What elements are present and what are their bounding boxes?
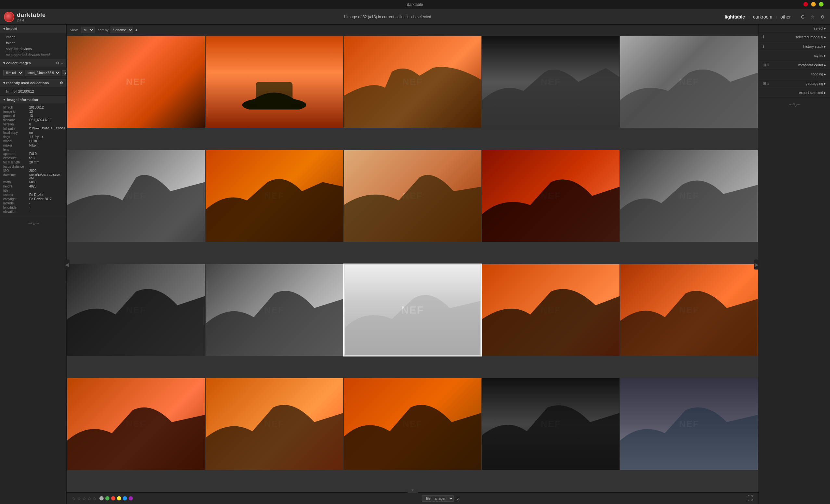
photo-silhouette [67,397,205,470]
collect-images-content: film roll icron_24mmX35.9mm\20180812 ▲ [0,67,66,78]
photo-silhouette [482,397,620,470]
history-stack-section: ℹ history stack ▸ [759,42,830,51]
sort-asc-btn[interactable]: ▲ [134,28,138,32]
collections-config-icon[interactable]: ⚙ [60,81,63,85]
photo-cell[interactable]: NEF [620,36,758,128]
photo-cell[interactable]: NEF [482,150,620,242]
status-text: 1 image of 32 (#13) in current collectio… [343,14,432,19]
sort-toolbar: sort by filename ▲ [98,27,138,33]
photo-cell[interactable]: NEF [205,378,343,470]
star-5[interactable]: ☆ [93,496,97,501]
maximize-window-btn[interactable] [819,2,824,6]
color-dot-red[interactable] [111,496,115,500]
geotagging-icons: ⊞ ℹ [763,81,769,86]
nav-darkroom[interactable]: darkroom [751,14,775,20]
import-folder-item[interactable]: folder [0,40,66,46]
photo-silhouette [344,64,481,128]
image-information-header[interactable]: ▾ image information [0,96,66,103]
tagging-row[interactable]: tagging ▸ [759,70,830,78]
gear-icon-btn[interactable]: ⚙ [819,14,826,20]
film-roll-value-select[interactable]: icron_24mmX35.9mm\20180812 [25,70,60,76]
import-label: ▾ import [3,27,17,31]
photo-cell[interactable]: NEF [67,264,205,356]
select-row[interactable]: select ▸ [759,25,830,32]
photo-watermark: NEF [67,36,205,128]
minimize-window-btn[interactable] [811,2,816,6]
geotagging-row[interactable]: ⊞ ℹ geotagging ▸ [759,79,830,88]
left-panel-collapse-btn[interactable]: ◀ [64,259,69,270]
photo-cell[interactable]: NEF [205,36,343,128]
star-icon-btn[interactable]: ☆ [809,14,816,20]
color-dot-yellow[interactable] [117,496,121,500]
photo-cell[interactable]: NEF [205,150,343,242]
sort-select[interactable]: filename [110,27,133,33]
history-stack-row[interactable]: ℹ history stack ▸ [759,42,830,51]
photo-silhouette [205,168,343,242]
photo-cell[interactable]: NEF [205,264,343,356]
selected-photo-cell[interactable]: NEF [344,264,481,356]
bottom-collapse-btn[interactable]: ▼ [407,488,418,493]
photo-cell[interactable]: NEF [344,36,481,128]
collect-config-icon[interactable]: ⚙ [56,61,59,65]
nav-other[interactable]: other [778,14,793,20]
photo-cell[interactable]: NEF [620,264,758,356]
tagging-label: tagging ▸ [763,72,826,76]
image-info-content: filmroll20180812 image id13 group id13 f… [0,103,66,216]
image-information-label: image information [7,98,38,102]
right-panel-collapse-btn[interactable]: ▶ [754,259,759,270]
film-roll-type-select[interactable]: film roll [3,70,23,76]
metadata-editor-row[interactable]: ⊞ ℹ metadata editor ▸ [759,60,830,69]
geotagging-section: ⊞ ℹ geotagging ▸ [759,79,830,88]
metadata-grid-icon: ⊞ [763,63,766,67]
right-panel-bottom: ~∿~ [759,97,830,112]
photo-cell[interactable]: NEF [344,150,481,242]
collect-plus-icon[interactable]: + [61,61,63,65]
photo-cell[interactable]: NEF [67,36,205,128]
film-roll-row: film roll icron_24mmX35.9mm\20180812 ▲ [0,69,66,77]
star-3[interactable]: ☆ [82,496,87,501]
star-2[interactable]: ☆ [77,496,81,501]
star-4[interactable]: ☆ [87,496,92,501]
geotagging-label: geotagging ▸ [769,82,826,86]
collect-images-header[interactable]: ▾ collect images ⚙ + [0,59,66,67]
photo-cell[interactable]: NEF [67,150,205,242]
import-image-item[interactable]: image [0,34,66,40]
import-header[interactable]: ▾ import [0,25,66,33]
photo-silhouette [620,54,758,128]
center-area: view all sort by filename ▲ NEF NEF [67,25,759,504]
export-selected-row[interactable]: export selected ▸ [759,88,830,97]
nav-lighttable[interactable]: lighttable [722,14,747,20]
color-dot-purple[interactable] [129,496,133,500]
window-title: darktable [3,2,827,7]
close-window-btn[interactable] [803,2,808,6]
g-icon-btn[interactable]: G [800,14,806,20]
photo-cell[interactable]: NEF [344,378,481,470]
collections-header[interactable]: ▾ recently used collections ⚙ [0,79,66,87]
photo-cell[interactable]: NEF [482,378,620,470]
styles-row[interactable]: styles ▸ [759,51,830,60]
collection-item-filmroll[interactable]: film roll 20180812 [0,88,66,94]
film-roll-asc-btn[interactable]: ▲ [62,70,67,76]
selected-images-row[interactable]: ℹ selected image[s] ▸ [759,32,830,41]
photo-cell[interactable]: NEF [620,150,758,242]
color-dot-blue[interactable] [123,496,127,500]
file-manager-select[interactable]: file manager [422,495,454,502]
photo-cell[interactable]: NEF [482,36,620,128]
import-scan-item[interactable]: scan for devices [0,46,66,52]
photo-cell[interactable]: NEF [67,378,205,470]
photo-silhouette [482,168,620,242]
app-logo: darktable 2.4.4 [4,12,46,22]
color-dot-green[interactable] [105,496,109,500]
fullscreen-icon[interactable]: ⛶ [747,495,753,502]
photo-grid: NEF NEF NEF NEF [67,35,759,492]
collect-icons: ⚙ + [56,61,63,65]
photo-cell[interactable]: NEF [620,378,758,470]
select-section: select ▸ [759,25,830,32]
star-1[interactable]: ☆ [72,496,76,501]
styles-section: styles ▸ [759,51,830,60]
collect-images-label: ▾ collect images [3,61,31,65]
view-select[interactable]: all [81,27,95,33]
metadata-editor-label: metadata editor ▸ [769,63,826,67]
color-dot-gray[interactable] [99,496,104,500]
photo-cell[interactable]: NEF [482,264,620,356]
